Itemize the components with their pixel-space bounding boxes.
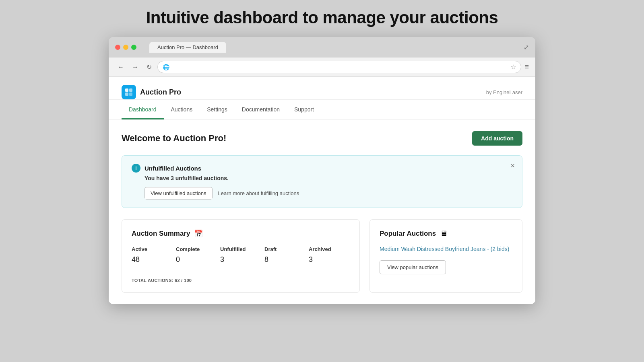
alert-title: Unfulfilled Auctions — [144, 165, 201, 172]
stat-value-draft: 8 — [264, 255, 305, 264]
add-auction-button[interactable]: Add auction — [472, 131, 522, 146]
browser-toolbar: ← → ↻ 🌐 ☆ ≡ — [109, 58, 535, 77]
alert-box: i Unfulfilled Auctions × You have 3 unfu… — [122, 155, 522, 208]
total-auctions: TOTAL AUCTIONS: 62 / 100 — [132, 272, 350, 283]
svg-rect-2 — [125, 93, 128, 96]
alert-info-icon: i — [132, 164, 140, 173]
app-content: Auction Pro by EngineLaser Dashboard Auc… — [109, 77, 535, 304]
app-name: Auction Pro — [140, 88, 181, 97]
alert-header: i Unfulfilled Auctions — [132, 164, 512, 173]
svg-rect-1 — [129, 88, 132, 92]
stat-value-complete: 0 — [176, 255, 217, 264]
popular-icon: 🖥 — [440, 229, 447, 238]
stat-complete: Complete 0 — [176, 246, 217, 264]
nav-item-documentation[interactable]: Documentation — [235, 100, 287, 119]
browser-window: Auction Pro — Dashboard ⤢ ← → ↻ 🌐 ☆ ≡ — [109, 37, 535, 304]
svg-rect-0 — [125, 88, 128, 92]
summary-title: Auction Summary — [132, 230, 190, 238]
stat-value-archived: 3 — [309, 255, 350, 264]
stat-value-active: 48 — [132, 255, 173, 264]
stat-label-complete: Complete — [176, 246, 217, 252]
view-popular-button[interactable]: View popular auctions — [380, 260, 446, 274]
back-button[interactable]: ← — [115, 62, 126, 72]
app-nav: Dashboard Auctions Settings Documentatio… — [109, 100, 535, 120]
stat-unfulfilled: Unfulfilled 3 — [220, 246, 261, 264]
summary-icon: 📅 — [194, 229, 203, 238]
nav-item-dashboard[interactable]: Dashboard — [122, 100, 164, 119]
minimize-window-button[interactable] — [123, 45, 128, 50]
bookmark-icon[interactable]: ☆ — [510, 63, 516, 71]
stat-active: Active 48 — [132, 246, 173, 264]
forward-button[interactable]: → — [130, 62, 141, 72]
url-input[interactable] — [173, 64, 507, 70]
stat-label-unfulfilled: Unfulfilled — [220, 246, 261, 252]
stat-draft: Draft 8 — [264, 246, 305, 264]
nav-item-settings[interactable]: Settings — [200, 100, 235, 119]
app-logo-icon — [122, 85, 136, 99]
page-title: Welcome to Auction Pro! — [122, 133, 226, 144]
browser-tab[interactable]: Auction Pro — Dashboard — [149, 42, 226, 53]
alert-actions: View unfulfilled auctions Learn more abo… — [144, 187, 512, 200]
by-label: by EngineLaser — [486, 89, 522, 95]
popular-auction-link[interactable]: Medium Wash Distressed Boyfriend Jeans -… — [380, 246, 512, 252]
nav-item-support[interactable]: Support — [287, 100, 321, 119]
alert-body: You have 3 unfulfilled auctions. — [144, 175, 512, 181]
stat-label-archived: Archived — [309, 246, 350, 252]
expand-icon[interactable]: ⤢ — [524, 43, 529, 51]
svg-rect-3 — [129, 93, 132, 96]
traffic-lights — [115, 45, 136, 50]
main-area: Welcome to Auction Pro! Add auction i Un… — [109, 120, 535, 304]
stat-label-active: Active — [132, 246, 173, 252]
view-unfulfilled-button[interactable]: View unfulfilled auctions — [144, 187, 213, 200]
maximize-window-button[interactable] — [131, 45, 136, 50]
globe-icon: 🌐 — [163, 64, 169, 70]
main-top-row: Welcome to Auction Pro! Add auction — [122, 131, 522, 146]
stats-row: Active 48 Complete 0 Unfulfilled 3 Dra — [132, 246, 350, 264]
popular-title-row: Popular Auctions 🖥 — [380, 229, 512, 238]
learn-more-link[interactable]: Learn more about fulfilling auctions — [218, 190, 299, 196]
address-bar: 🌐 ☆ — [157, 61, 521, 73]
alert-close-button[interactable]: × — [510, 162, 515, 169]
browser-menu-icon[interactable]: ≡ — [524, 63, 529, 71]
browser-tab-area: Auction Pro — Dashboard — [141, 42, 519, 53]
auction-summary-card: Auction Summary 📅 Active 48 Complete 0 — [122, 219, 360, 293]
popular-auctions-card: Popular Auctions 🖥 Medium Wash Distresse… — [369, 219, 522, 293]
refresh-button[interactable]: ↻ — [144, 62, 154, 72]
stat-value-unfulfilled: 3 — [220, 255, 261, 264]
nav-item-auctions[interactable]: Auctions — [164, 100, 200, 119]
popular-title: Popular Auctions — [380, 230, 436, 238]
app-logo-area: Auction Pro — [122, 85, 181, 99]
stat-label-draft: Draft — [264, 246, 305, 252]
summary-title-row: Auction Summary 📅 — [132, 229, 350, 238]
page-headline: Intuitive dashboard to manage your aucti… — [80, 8, 564, 27]
close-window-button[interactable] — [115, 45, 120, 50]
bottom-row: Auction Summary 📅 Active 48 Complete 0 — [122, 219, 522, 293]
stat-archived: Archived 3 — [309, 246, 350, 264]
browser-titlebar: Auction Pro — Dashboard ⤢ — [109, 37, 535, 58]
app-header: Auction Pro by EngineLaser — [109, 77, 535, 100]
